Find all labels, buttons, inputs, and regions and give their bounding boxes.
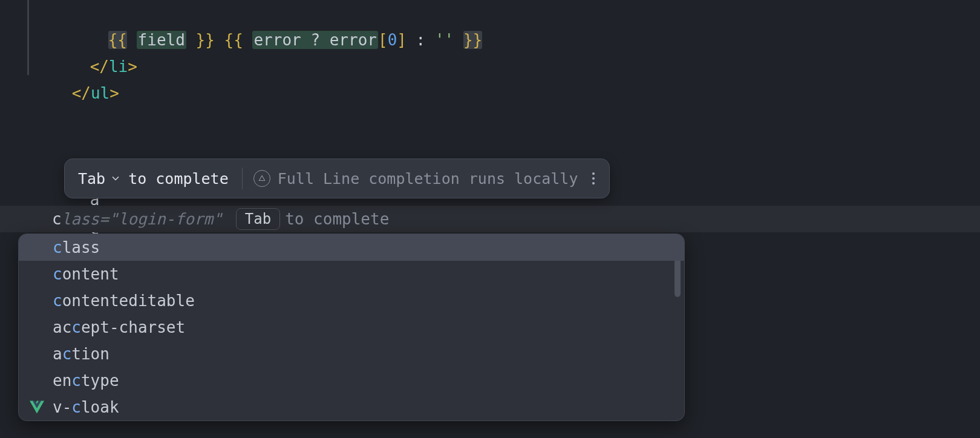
tag-highlight <box>34 106 81 133</box>
local-completion-icon <box>253 170 270 187</box>
completion-text-post: ontenteditable <box>62 287 195 314</box>
code-line[interactable]: {{ field }} {{ error ? error[0] : '' }} <box>0 0 980 27</box>
completion-item[interactable]: contenteditable <box>19 287 684 314</box>
completion-text-match: c <box>53 287 62 314</box>
completion-text-post: tion <box>71 341 109 367</box>
banner-tab-label[interactable]: Tab <box>78 170 105 188</box>
completion-text-post: type <box>81 367 119 394</box>
completion-item[interactable]: class <box>19 234 684 261</box>
completion-text-post: loak <box>81 394 119 420</box>
completion-text-pre: ac <box>53 314 71 341</box>
completion-text-match: c <box>53 234 62 261</box>
hint-to-complete: to complete <box>285 206 389 232</box>
banner-to-complete: to complete <box>128 170 229 188</box>
tab-key-pill[interactable]: Tab <box>236 208 280 230</box>
inline-completion-hint[interactable]: class="login-form" Tab to complete <box>0 206 980 232</box>
code-line[interactable]: </ul> <box>0 53 980 80</box>
completion-text-pre: en <box>53 367 71 394</box>
code-line[interactable]: <form <box>0 106 980 133</box>
completion-text-pre: v- <box>53 394 71 420</box>
code-line-blank[interactable] <box>0 80 980 106</box>
completion-text-match: c <box>53 261 62 287</box>
completion-banner: Tab to complete Full Line completion run… <box>64 159 610 198</box>
completion-text-match: c <box>71 394 81 420</box>
completion-text-post: lass <box>62 234 100 261</box>
completion-item[interactable]: enctype <box>19 367 684 394</box>
code-line[interactable]: ref="formRef" <box>0 133 980 160</box>
completion-text-match: c <box>71 367 81 394</box>
chevron-down-icon[interactable] <box>110 173 121 184</box>
ghost-text: lass="login-form" <box>62 206 234 232</box>
kebab-menu-icon[interactable] <box>589 169 598 188</box>
completion-text-match: c <box>71 314 81 341</box>
completion-text-post: ontent <box>62 261 119 287</box>
completion-text-match: c <box>62 341 72 367</box>
completion-text-pre: a <box>53 341 62 367</box>
completion-item[interactable]: content <box>19 261 684 287</box>
completion-item[interactable]: v-cloak <box>19 394 684 420</box>
banner-separator <box>242 168 243 189</box>
completion-popup[interactable]: classcontentcontenteditableaccept-charse… <box>18 234 685 421</box>
completion-item[interactable]: accept-charset <box>19 314 684 341</box>
completion-item[interactable]: action <box>19 341 684 367</box>
typed-char: c <box>52 206 62 232</box>
vue-icon <box>30 400 44 414</box>
banner-info-text: Full Line completion runs locally <box>278 170 578 188</box>
code-line[interactable]: </li> <box>0 27 980 53</box>
completion-text-post: ept-charset <box>81 314 185 341</box>
